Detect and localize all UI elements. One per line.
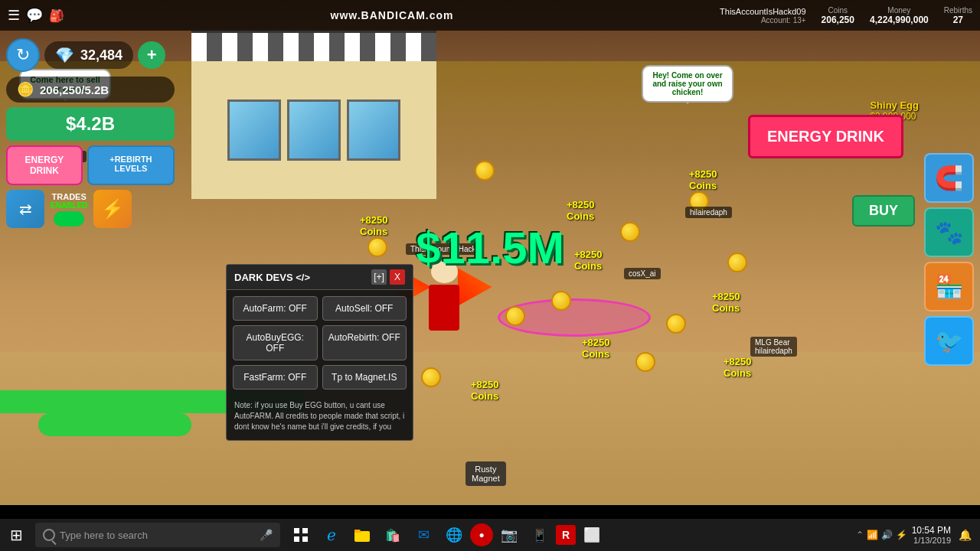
coin-7 xyxy=(421,367,441,387)
autofarm-toggle[interactable]: AutoFarm: OFF xyxy=(233,296,318,321)
player-tag-hilairedaph: hilairedaph xyxy=(685,207,732,218)
hud-right: ThisAccountIsHackd09 Account: 13+ Coins … xyxy=(720,6,972,25)
trades-label: TRADES xyxy=(52,192,87,201)
store-icon[interactable]: 🛍️ xyxy=(378,519,407,551)
panel-expand-button[interactable]: [+] xyxy=(371,269,387,285)
coin-2 xyxy=(475,161,495,181)
buy-button[interactable]: BUY xyxy=(852,195,915,227)
chrome-icon[interactable]: 🌐 xyxy=(439,519,469,551)
rebirths-stat: Rebirths 27 xyxy=(944,6,972,25)
panel-header: DARK DEVS </> [+] X xyxy=(227,265,413,290)
egg-label: Shiny Egg xyxy=(870,99,919,111)
paw-icon-btn[interactable]: 🐾 xyxy=(924,207,974,257)
floating-coins-4: +8250Coins xyxy=(574,249,603,272)
account-info: ThisAccountIsHackd09 Account: 13+ xyxy=(720,7,806,24)
roblox-icon[interactable]: R xyxy=(556,525,576,545)
player-tag-mlg-bear: MLG Bearhilairedaph xyxy=(750,337,797,357)
rusty-magnet-label: Rusty Magnet xyxy=(466,461,506,486)
shop-building xyxy=(191,31,436,199)
taskbar-search-bar[interactable]: Type here to search 🎤 xyxy=(35,523,280,547)
dark-devs-panel: DARK DEVS </> [+] X AutoFarm: OFF AutoSe… xyxy=(226,264,413,441)
speech-bubble-chicken: Hey! Come on over and raise your own chi… xyxy=(642,65,733,103)
twitter-icon-btn[interactable]: 🐦 xyxy=(924,316,974,366)
money-display: $4.2B xyxy=(6,107,175,141)
coin-1 xyxy=(368,237,387,257)
bag-icon[interactable]: 🎒 xyxy=(49,8,64,23)
shop-window-3 xyxy=(347,99,400,161)
bandicam-watermark: www.BANDICAM.com xyxy=(331,9,454,21)
svg-rect-1 xyxy=(302,528,308,533)
energy-drink-sign: ENERGY DRINK xyxy=(748,115,903,158)
rebirths-label: Rebirths xyxy=(944,6,972,15)
gem-count: 32,484 xyxy=(80,47,122,64)
show-hidden-icons[interactable]: ⌃ xyxy=(856,530,864,540)
coin-4 xyxy=(620,222,640,242)
network-icon: 📶 xyxy=(867,530,878,540)
tp-magnet-button[interactable]: Tp to Magnet.IS xyxy=(322,365,407,390)
edge-browser-icon[interactable]: ℯ xyxy=(317,519,346,551)
refresh-button[interactable]: ↻ xyxy=(6,38,40,72)
autobuyegg-toggle[interactable]: AutoBuyEGG: OFF xyxy=(233,325,318,360)
panel-close-button[interactable]: X xyxy=(390,269,405,285)
panel-title: DARK DEVS </> xyxy=(234,272,310,283)
money-value: 4,224,990,000 xyxy=(870,15,929,25)
floating-coins-8: +8250Coins xyxy=(724,356,752,379)
green-path-2 xyxy=(38,413,191,436)
mail-icon[interactable]: ✉ xyxy=(409,519,438,551)
shop-roof xyxy=(191,31,436,61)
top-hud: ☰ 💬 🎒 www.BANDICAM.com ThisAccountIsHack… xyxy=(0,0,980,31)
panel-controls: [+] X xyxy=(371,269,405,285)
taskbar-pinned-apps: ℯ 🛍️ ✉ 🌐 ● 📷 📱 R ⬜ xyxy=(286,519,606,551)
hud-left: ☰ 💬 🎒 xyxy=(8,7,64,24)
gem-display: 💎 32,484 xyxy=(44,41,133,69)
rebirth-levels-button[interactable]: +REBIRTHLEVELS xyxy=(87,145,175,185)
recording-icon[interactable]: ● xyxy=(470,523,493,546)
big-money-display: $11.5M xyxy=(416,222,564,273)
svg-rect-0 xyxy=(294,528,299,533)
fastfarm-toggle[interactable]: FastFarm: OFF xyxy=(233,365,318,390)
notification-button[interactable]: 🔔 xyxy=(956,519,974,551)
svg-rect-2 xyxy=(294,536,299,542)
floating-coins-3: +8250Coins xyxy=(567,199,595,222)
magnet-icon-btn[interactable]: 🧲 xyxy=(924,153,974,203)
task-view-icon[interactable] xyxy=(286,519,315,551)
panel-toggle-buttons: AutoFarm: OFF AutoSell: OFF AutoBuyEGG: … xyxy=(227,290,413,396)
trades-button[interactable]: ⇄ xyxy=(6,190,44,228)
floating-coins-7: +8250Coins xyxy=(712,291,740,314)
shop-window-1 xyxy=(227,99,281,161)
unknown-app-icon[interactable]: 📱 xyxy=(525,519,554,551)
camera-icon[interactable]: 📷 xyxy=(495,519,524,551)
action-buttons: ENERGY DRINK +REBIRTHLEVELS xyxy=(6,145,175,185)
file-explorer-icon[interactable] xyxy=(348,519,377,551)
svg-rect-3 xyxy=(302,536,308,542)
coins-stat: Coins 206,250 xyxy=(822,6,854,25)
unknown-app-icon-2[interactable]: ⬜ xyxy=(577,519,606,551)
floating-coins-6: +8250Coins xyxy=(689,168,717,191)
windows-logo-icon: ⊞ xyxy=(10,526,23,544)
volume-icon[interactable]: 🔊 xyxy=(881,530,893,540)
trades-toggle[interactable] xyxy=(54,211,84,227)
energy-drink-button[interactable]: ENERGY DRINK xyxy=(6,145,83,185)
trades-status: TRADES ENABLED xyxy=(51,192,87,227)
svg-rect-4 xyxy=(354,531,370,542)
shop-icon-btn[interactable]: 🏪 xyxy=(924,262,974,311)
money-stat: Money 4,224,990,000 xyxy=(870,6,929,25)
start-button[interactable]: ⊞ xyxy=(0,519,32,551)
plus-gem-button[interactable]: + xyxy=(138,41,165,69)
shop-wall xyxy=(191,61,436,199)
microphone-icon[interactable]: 🎤 xyxy=(260,529,273,541)
coins-label: Coins xyxy=(822,6,854,15)
game-viewport: +8250Coins +8250Coins +8250Coins +8250Co… xyxy=(0,0,980,505)
account-name: ThisAccountIsHackd09 xyxy=(720,7,806,16)
autosell-toggle[interactable]: AutoSell: OFF xyxy=(322,296,407,321)
trades-sub-label: ENABLED xyxy=(51,201,87,210)
coin-row: ↻ 💎 32,484 + xyxy=(6,38,213,72)
search-placeholder: Type here to search xyxy=(60,530,148,541)
hamburger-icon[interactable]: ☰ xyxy=(8,7,20,24)
gem-icon: 💎 xyxy=(55,46,74,64)
lightning-button[interactable]: ⚡ xyxy=(93,190,132,228)
chat-icon[interactable]: 💬 xyxy=(26,7,43,24)
autorebirth-toggle[interactable]: AutoRebirth: OFF xyxy=(322,325,407,360)
player-tag-cosxai: cosX_ai xyxy=(624,268,661,279)
time-text: 10:54 PM xyxy=(912,525,951,536)
